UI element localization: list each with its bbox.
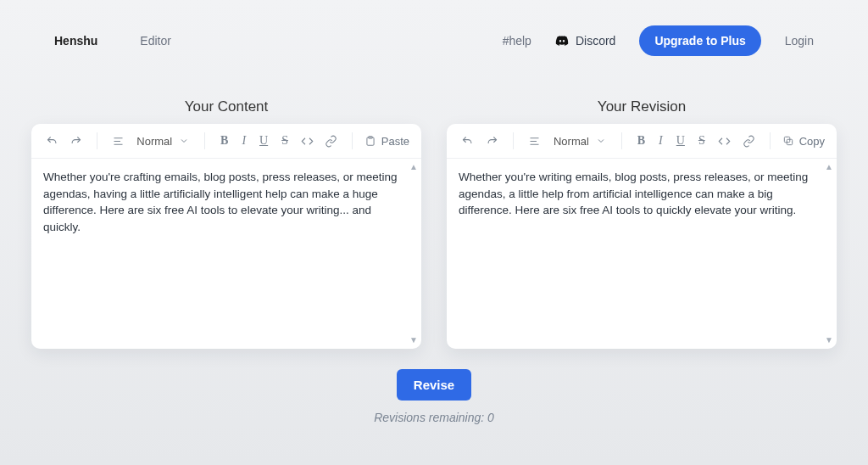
redo-icon[interactable] — [67, 131, 84, 151]
separator — [97, 132, 97, 149]
nav-left: Henshu Editor — [54, 34, 171, 48]
left-panel-title: Your Content — [31, 98, 421, 115]
nav-link-editor[interactable]: Editor — [140, 34, 171, 48]
copy-button[interactable]: Copy — [782, 135, 825, 148]
undo-icon[interactable] — [459, 131, 476, 151]
nav-right: #help Discord Upgrade to Plus Login — [503, 25, 814, 56]
bold-button[interactable]: B — [634, 134, 648, 148]
separator — [621, 132, 622, 149]
separator — [770, 132, 771, 149]
right-editor[interactable]: ▲ Whether you're writing emails, blog po… — [447, 159, 837, 349]
code-icon[interactable] — [715, 131, 733, 151]
right-panel-title: Your Revision — [447, 98, 837, 115]
undo-icon[interactable] — [43, 131, 60, 151]
brand-logo[interactable]: Henshu — [54, 34, 97, 48]
chevron-down-icon — [596, 136, 606, 146]
paste-button[interactable]: Paste — [364, 135, 409, 148]
italic-button[interactable]: I — [238, 134, 249, 148]
scroll-up-icon[interactable]: ▲ — [409, 161, 418, 174]
left-editor[interactable]: ▲ Whether you're crafting emails, blog p… — [31, 159, 421, 349]
paste-label: Paste — [381, 135, 409, 148]
underline-button[interactable]: U — [673, 134, 688, 148]
link-icon[interactable] — [322, 131, 339, 151]
chevron-down-icon — [179, 136, 189, 146]
format-label: Normal — [554, 135, 589, 148]
format-select[interactable]: Normal — [133, 135, 192, 148]
code-icon[interactable] — [298, 131, 315, 151]
nav-link-login[interactable]: Login — [785, 34, 814, 48]
left-panel: Normal B I U S — [31, 124, 421, 349]
panels-row: Your Content Normal — [0, 64, 868, 349]
copy-label: Copy — [799, 135, 825, 148]
scroll-up-icon[interactable]: ▲ — [825, 161, 833, 174]
format-label: Normal — [136, 135, 172, 148]
revise-row: Revise — [0, 349, 868, 401]
left-editor-text: Whether you're crafting emails, blog pos… — [43, 171, 398, 233]
paragraph-icon[interactable] — [526, 131, 543, 151]
top-nav: Henshu Editor #help Discord Upgrade to P… — [0, 0, 868, 64]
nav-link-help[interactable]: #help — [503, 34, 531, 48]
format-select[interactable]: Normal — [550, 135, 609, 148]
scroll-down-icon[interactable]: ▼ — [825, 334, 833, 347]
discord-icon — [555, 34, 569, 48]
revise-button[interactable]: Revise — [397, 369, 471, 401]
left-panel-wrap: Your Content Normal — [31, 98, 421, 349]
right-panel: Normal B I U S — [447, 124, 837, 349]
scroll-down-icon[interactable]: ▼ — [409, 334, 418, 347]
discord-label: Discord — [576, 34, 615, 48]
strike-button[interactable]: S — [278, 134, 292, 148]
strike-button[interactable]: S — [695, 134, 709, 148]
paragraph-icon[interactable] — [109, 131, 126, 151]
left-toolbar: Normal B I U S — [31, 124, 421, 159]
nav-link-discord[interactable]: Discord — [555, 34, 615, 48]
right-toolbar: Normal B I U S — [447, 124, 837, 159]
upgrade-button[interactable]: Upgrade to Plus — [639, 25, 760, 56]
right-panel-wrap: Your Revision Normal — [447, 98, 837, 349]
italic-button[interactable]: I — [655, 134, 666, 148]
redo-icon[interactable] — [483, 131, 501, 151]
revisions-remaining: Revisions remaining: 0 — [0, 411, 868, 424]
underline-button[interactable]: U — [256, 134, 271, 148]
bold-button[interactable]: B — [217, 134, 231, 148]
right-editor-text: Whether you're writing emails, blog post… — [459, 171, 808, 216]
separator — [352, 132, 353, 149]
separator — [204, 132, 205, 149]
separator — [513, 132, 514, 149]
link-icon[interactable] — [740, 131, 758, 151]
